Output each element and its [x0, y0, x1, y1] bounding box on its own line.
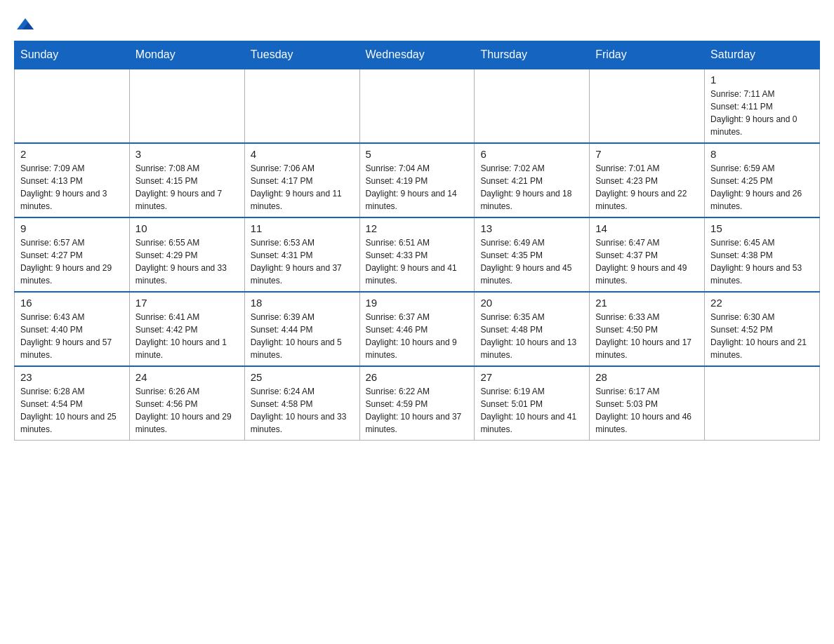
calendar-week-row: 2Sunrise: 7:09 AM Sunset: 4:13 PM Daylig… — [15, 143, 820, 217]
day-number: 12 — [366, 222, 469, 234]
day-info: Sunrise: 7:11 AM Sunset: 4:11 PM Dayligh… — [710, 88, 814, 138]
calendar-cell: 6Sunrise: 7:02 AM Sunset: 4:21 PM Daylig… — [475, 143, 590, 217]
day-number: 4 — [251, 148, 354, 160]
day-info: Sunrise: 6:39 AM Sunset: 4:44 PM Dayligh… — [251, 311, 354, 361]
calendar-cell: 15Sunrise: 6:45 AM Sunset: 4:38 PM Dayli… — [705, 217, 820, 292]
calendar-week-row: 16Sunrise: 6:43 AM Sunset: 4:40 PM Dayli… — [15, 292, 820, 366]
calendar-cell: 23Sunrise: 6:28 AM Sunset: 4:54 PM Dayli… — [15, 366, 130, 441]
day-number: 21 — [595, 297, 699, 309]
day-info: Sunrise: 6:45 AM Sunset: 4:38 PM Dayligh… — [710, 236, 814, 287]
calendar-week-row: 9Sunrise: 6:57 AM Sunset: 4:27 PM Daylig… — [15, 217, 820, 292]
day-info: Sunrise: 6:47 AM Sunset: 4:37 PM Dayligh… — [595, 236, 699, 287]
calendar-cell: 12Sunrise: 6:51 AM Sunset: 4:33 PM Dayli… — [359, 217, 475, 292]
calendar-cell: 27Sunrise: 6:19 AM Sunset: 5:01 PM Dayli… — [475, 366, 590, 441]
day-info: Sunrise: 6:28 AM Sunset: 4:54 PM Dayligh… — [20, 385, 124, 436]
calendar-cell — [359, 69, 475, 143]
day-number: 15 — [710, 222, 814, 234]
calendar-cell: 19Sunrise: 6:37 AM Sunset: 4:46 PM Dayli… — [359, 292, 475, 366]
day-info: Sunrise: 6:57 AM Sunset: 4:27 PM Dayligh… — [20, 236, 124, 287]
calendar-cell: 10Sunrise: 6:55 AM Sunset: 4:29 PM Dayli… — [129, 217, 244, 292]
day-info: Sunrise: 6:35 AM Sunset: 4:48 PM Dayligh… — [480, 311, 583, 361]
calendar-cell: 17Sunrise: 6:41 AM Sunset: 4:42 PM Dayli… — [129, 292, 244, 366]
day-number: 25 — [251, 371, 354, 383]
calendar-cell — [15, 69, 130, 143]
day-info: Sunrise: 6:33 AM Sunset: 4:50 PM Dayligh… — [595, 311, 699, 361]
column-header-thursday: Thursday — [475, 41, 590, 69]
day-info: Sunrise: 6:41 AM Sunset: 4:42 PM Dayligh… — [135, 311, 239, 361]
calendar-cell: 3Sunrise: 7:08 AM Sunset: 4:15 PM Daylig… — [129, 143, 244, 217]
day-number: 6 — [480, 148, 583, 160]
day-info: Sunrise: 6:51 AM Sunset: 4:33 PM Dayligh… — [366, 236, 469, 287]
day-number: 1 — [710, 74, 814, 86]
day-info: Sunrise: 6:49 AM Sunset: 4:35 PM Dayligh… — [480, 236, 583, 287]
logo-icon — [15, 14, 35, 34]
day-info: Sunrise: 7:01 AM Sunset: 4:23 PM Dayligh… — [595, 162, 699, 213]
logo — [14, 14, 37, 34]
day-info: Sunrise: 6:17 AM Sunset: 5:03 PM Dayligh… — [595, 385, 699, 436]
day-info: Sunrise: 6:59 AM Sunset: 4:25 PM Dayligh… — [710, 162, 814, 213]
column-header-saturday: Saturday — [705, 41, 820, 69]
calendar-cell: 11Sunrise: 6:53 AM Sunset: 4:31 PM Dayli… — [244, 217, 359, 292]
calendar-cell: 26Sunrise: 6:22 AM Sunset: 4:59 PM Dayli… — [359, 366, 475, 441]
day-number: 24 — [135, 371, 239, 383]
day-number: 10 — [135, 222, 239, 234]
day-info: Sunrise: 7:08 AM Sunset: 4:15 PM Dayligh… — [135, 162, 239, 213]
column-header-friday: Friday — [590, 41, 705, 69]
day-number: 5 — [366, 148, 469, 160]
calendar-week-row: 1Sunrise: 7:11 AM Sunset: 4:11 PM Daylig… — [15, 69, 820, 143]
day-info: Sunrise: 6:22 AM Sunset: 4:59 PM Dayligh… — [366, 385, 469, 436]
day-number: 8 — [710, 148, 814, 160]
calendar-cell — [244, 69, 359, 143]
day-number: 28 — [595, 371, 699, 383]
day-info: Sunrise: 7:09 AM Sunset: 4:13 PM Dayligh… — [20, 162, 124, 213]
calendar-cell: 18Sunrise: 6:39 AM Sunset: 4:44 PM Dayli… — [244, 292, 359, 366]
day-number: 16 — [20, 297, 124, 309]
calendar-cell: 9Sunrise: 6:57 AM Sunset: 4:27 PM Daylig… — [15, 217, 130, 292]
calendar-cell: 5Sunrise: 7:04 AM Sunset: 4:19 PM Daylig… — [359, 143, 475, 217]
calendar-header-row: SundayMondayTuesdayWednesdayThursdayFrid… — [15, 41, 820, 69]
day-info: Sunrise: 6:26 AM Sunset: 4:56 PM Dayligh… — [135, 385, 239, 436]
day-info: Sunrise: 6:55 AM Sunset: 4:29 PM Dayligh… — [135, 236, 239, 287]
column-header-tuesday: Tuesday — [244, 41, 359, 69]
calendar-cell: 13Sunrise: 6:49 AM Sunset: 4:35 PM Dayli… — [475, 217, 590, 292]
calendar-cell: 8Sunrise: 6:59 AM Sunset: 4:25 PM Daylig… — [705, 143, 820, 217]
page-header — [14, 14, 820, 34]
day-number: 3 — [135, 148, 239, 160]
day-info: Sunrise: 7:02 AM Sunset: 4:21 PM Dayligh… — [480, 162, 583, 213]
day-number: 11 — [251, 222, 354, 234]
calendar-cell — [129, 69, 244, 143]
day-info: Sunrise: 6:30 AM Sunset: 4:52 PM Dayligh… — [710, 311, 814, 361]
day-number: 26 — [366, 371, 469, 383]
calendar-cell — [705, 366, 820, 441]
calendar-cell: 14Sunrise: 6:47 AM Sunset: 4:37 PM Dayli… — [590, 217, 705, 292]
day-number: 9 — [20, 222, 124, 234]
day-number: 19 — [366, 297, 469, 309]
day-info: Sunrise: 6:43 AM Sunset: 4:40 PM Dayligh… — [20, 311, 124, 361]
day-number: 23 — [20, 371, 124, 383]
calendar-cell: 2Sunrise: 7:09 AM Sunset: 4:13 PM Daylig… — [15, 143, 130, 217]
day-info: Sunrise: 6:53 AM Sunset: 4:31 PM Dayligh… — [251, 236, 354, 287]
calendar-cell: 24Sunrise: 6:26 AM Sunset: 4:56 PM Dayli… — [129, 366, 244, 441]
day-number: 17 — [135, 297, 239, 309]
calendar-cell: 22Sunrise: 6:30 AM Sunset: 4:52 PM Dayli… — [705, 292, 820, 366]
day-number: 13 — [480, 222, 583, 234]
day-number: 18 — [251, 297, 354, 309]
calendar-cell — [475, 69, 590, 143]
day-number: 14 — [595, 222, 699, 234]
day-number: 20 — [480, 297, 583, 309]
calendar-cell — [590, 69, 705, 143]
column-header-sunday: Sunday — [15, 41, 130, 69]
calendar-cell: 1Sunrise: 7:11 AM Sunset: 4:11 PM Daylig… — [705, 69, 820, 143]
day-info: Sunrise: 6:37 AM Sunset: 4:46 PM Dayligh… — [366, 311, 469, 361]
day-number: 2 — [20, 148, 124, 160]
calendar-cell: 20Sunrise: 6:35 AM Sunset: 4:48 PM Dayli… — [475, 292, 590, 366]
day-info: Sunrise: 7:06 AM Sunset: 4:17 PM Dayligh… — [251, 162, 354, 213]
calendar-cell: 21Sunrise: 6:33 AM Sunset: 4:50 PM Dayli… — [590, 292, 705, 366]
day-info: Sunrise: 7:04 AM Sunset: 4:19 PM Dayligh… — [366, 162, 469, 213]
day-info: Sunrise: 6:19 AM Sunset: 5:01 PM Dayligh… — [480, 385, 583, 436]
calendar-cell: 25Sunrise: 6:24 AM Sunset: 4:58 PM Dayli… — [244, 366, 359, 441]
calendar-cell: 28Sunrise: 6:17 AM Sunset: 5:03 PM Dayli… — [590, 366, 705, 441]
calendar-cell: 4Sunrise: 7:06 AM Sunset: 4:17 PM Daylig… — [244, 143, 359, 217]
calendar-table: SundayMondayTuesdayWednesdayThursdayFrid… — [14, 41, 820, 441]
calendar-cell: 7Sunrise: 7:01 AM Sunset: 4:23 PM Daylig… — [590, 143, 705, 217]
